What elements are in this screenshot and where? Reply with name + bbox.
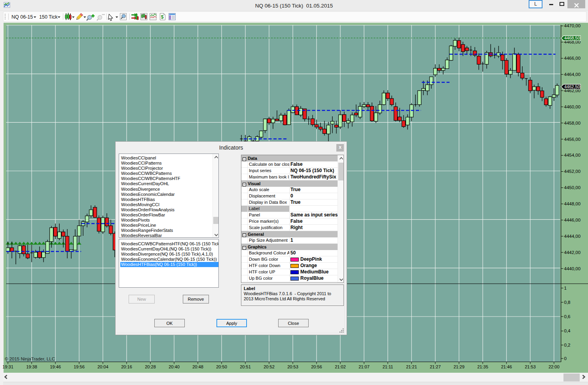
svg-text:0,4: 0,4 [564,328,571,333]
svg-text:19:46: 19:46 [50,364,61,369]
svg-text:$: $ [161,14,164,20]
svg-text:4470,00: 4470,00 [564,23,581,28]
svg-text:4464,00: 4464,00 [564,72,581,77]
svg-text:© 2015 NinjaTrader, LLC: © 2015 NinjaTrader, LLC [5,357,55,361]
svg-text:150 Tick: 150 Tick [39,14,58,20]
svg-text:4466,00: 4466,00 [564,56,581,61]
svg-text:4452,00: 4452,00 [564,169,581,174]
svg-text:21:02: 21:02 [335,364,346,369]
svg-text:20:50: 20:50 [216,364,227,369]
svg-text:20:16: 20:16 [121,364,132,369]
svg-text:0,2: 0,2 [564,343,571,347]
svg-text:NQ 06-15: NQ 06-15 [11,14,33,20]
svg-text:21:35: 21:35 [477,364,488,369]
svg-text:4468,50: 4468,50 [564,36,580,40]
svg-text:20:51: 20:51 [240,364,251,369]
svg-text:21:29: 21:29 [453,364,465,369]
svg-text:19:31: 19:31 [2,364,13,369]
svg-text:20:40: 20:40 [169,364,180,369]
svg-text:4446,00: 4446,00 [564,218,581,222]
svg-text:20:56: 20:56 [311,364,322,369]
svg-text:0: 0 [564,356,567,361]
svg-text:20:53: 20:53 [287,364,298,369]
svg-text:21:27: 21:27 [430,364,441,369]
svg-text:20:52: 20:52 [264,364,275,369]
svg-text:0,6: 0,6 [564,314,571,319]
svg-text:21:46: 21:46 [501,364,512,369]
svg-text:20:04: 20:04 [97,364,108,369]
svg-text:1: 1 [564,286,567,290]
svg-text:0,8: 0,8 [564,300,571,305]
svg-text:4450,00: 4450,00 [564,185,581,190]
svg-text:21:11: 21:11 [383,364,393,369]
svg-text:4458,00: 4458,00 [564,121,581,125]
svg-text:4440,00: 4440,00 [564,266,581,271]
svg-text:22:00: 22:00 [548,364,560,369]
svg-text:19:56: 19:56 [74,364,85,369]
svg-text:21:07: 21:07 [358,364,370,369]
svg-text:21:53: 21:53 [525,364,536,369]
svg-text:4448,00: 4448,00 [564,201,581,206]
svg-text:20:28: 20:28 [145,364,156,369]
svg-text:19:38: 19:38 [26,364,37,369]
svg-text:4444,00: 4444,00 [564,234,581,239]
svg-text:4456,00: 4456,00 [564,137,581,142]
svg-text:4454,00: 4454,00 [564,153,581,157]
svg-text:4460,00: 4460,00 [564,104,581,109]
svg-text:21:21: 21:21 [406,364,417,369]
svg-text:4442,00: 4442,00 [564,250,581,255]
svg-text:20:48: 20:48 [192,364,203,369]
svg-text:4462,50: 4462,50 [564,84,580,89]
